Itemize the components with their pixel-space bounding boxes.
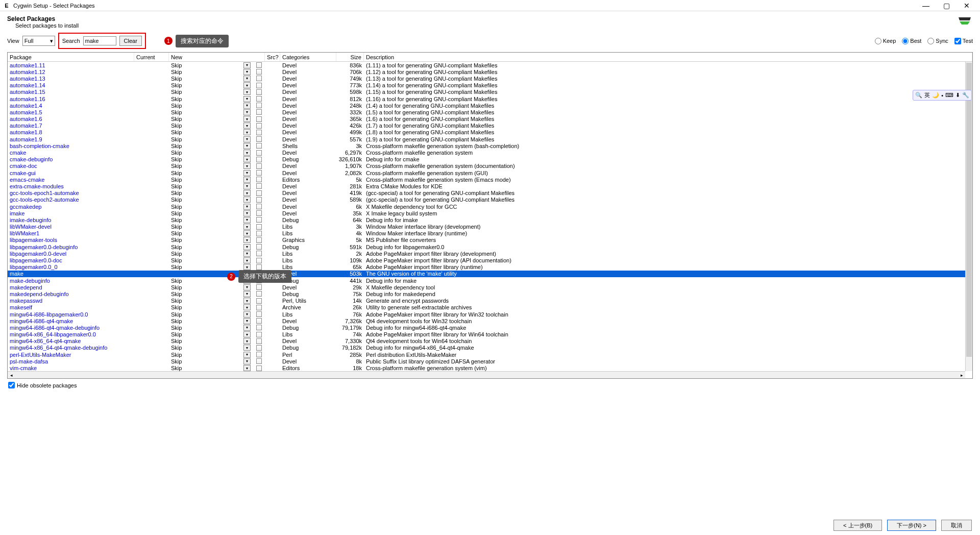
table-row[interactable]: automake1.8 Skip▾ Devel 499k (1.8) a too…	[8, 129, 972, 136]
table-row[interactable]: automake1.13 Skip▾ Devel 749k (1.13) a t…	[8, 75, 972, 82]
chevron-down-icon[interactable]: ▾	[243, 338, 251, 344]
cell-new[interactable]: Skip▾	[169, 345, 253, 351]
cell-src-checkbox[interactable]	[253, 130, 265, 135]
cell-src-checkbox[interactable]	[253, 325, 265, 330]
cell-src-checkbox[interactable]	[253, 284, 265, 290]
cell-src-checkbox[interactable]	[253, 116, 265, 122]
view-select[interactable]: Full ▾	[22, 36, 55, 46]
cell-src-checkbox[interactable]	[253, 150, 265, 156]
keyboard-icon[interactable]: ⌨	[945, 92, 953, 99]
chevron-down-icon[interactable]: ▾	[243, 103, 251, 109]
chevron-down-icon[interactable]: ▾	[243, 204, 251, 210]
radio-sync[interactable]: Sync	[927, 38, 948, 44]
cancel-button[interactable]: 取消	[941, 520, 972, 531]
cell-src-checkbox[interactable]	[253, 210, 265, 216]
cell-new[interactable]: Skip▾	[169, 204, 253, 210]
cell-new[interactable]: Skip▾	[169, 136, 253, 142]
col-description[interactable]: Description	[364, 53, 972, 61]
minimize-button[interactable]: —	[916, 2, 936, 10]
table-row[interactable]: automake1.6 Skip▾ Devel 365k (1.6) a too…	[8, 116, 972, 123]
chevron-down-icon[interactable]: ▾	[243, 237, 251, 243]
col-package[interactable]: Package	[8, 53, 134, 61]
cell-new[interactable]: Skip▾	[169, 163, 253, 169]
table-row[interactable]: make-debuginfo Skip▾ Debug 441k Debug in…	[8, 277, 972, 284]
cell-new[interactable]: Skip▾	[169, 150, 253, 156]
cell-src-checkbox[interactable]	[253, 109, 265, 115]
table-row[interactable]: automake1.12 Skip▾ Devel 706k (1.12) a t…	[8, 68, 972, 75]
ime-toolbar[interactable]: 🔍 英 🌙 • ⌨ ⬇ 🔧	[913, 90, 972, 101]
cell-src-checkbox[interactable]	[253, 170, 265, 176]
cell-src-checkbox[interactable]	[253, 197, 265, 203]
table-row[interactable]: automake1.9 Skip▾ Devel 557k (1.9) a too…	[8, 136, 972, 142]
table-row[interactable]: automake1.5 Skip▾ Devel 332k (1.5) a too…	[8, 109, 972, 115]
chevron-down-icon[interactable]: ▾	[243, 177, 251, 183]
clear-button[interactable]: Clear	[119, 36, 142, 46]
cell-new[interactable]: Skip▾	[169, 257, 253, 263]
cell-src-checkbox[interactable]	[253, 69, 265, 75]
radio-best[interactable]: Best	[902, 38, 921, 44]
cell-src-checkbox[interactable]	[253, 318, 265, 324]
table-row[interactable]: mingw64-i686-libpagemaker0.0 Skip▾ Libs …	[8, 311, 972, 318]
cell-src-checkbox[interactable]	[253, 177, 265, 182]
cell-new[interactable]: Skip▾	[169, 197, 253, 203]
cell-src-checkbox[interactable]	[253, 264, 265, 270]
chevron-down-icon[interactable]: ▾	[243, 170, 251, 176]
table-row[interactable]: mingw64-x86_64-libpagemaker0.0 Skip▾ Lib…	[8, 331, 972, 338]
cell-new[interactable]: Skip▾	[169, 298, 253, 304]
cell-new[interactable]: Skip▾	[169, 325, 253, 331]
cell-new[interactable]: Skip▾	[169, 123, 253, 129]
table-row[interactable]: automake1.11 Skip▾ Devel 836k (1.11) a t…	[8, 62, 972, 68]
cell-new[interactable]: Skip▾	[169, 170, 253, 176]
table-row[interactable]: automake1.4 Skip▾ Devel 248k (1.4) a too…	[8, 102, 972, 109]
cell-new[interactable]: Skip▾	[169, 129, 253, 135]
table-row[interactable]: makedepend-debuginfo Skip▾ Debug 75k Deb…	[8, 290, 972, 297]
cell-src-checkbox[interactable]	[253, 103, 265, 108]
chevron-down-icon[interactable]: ▾	[243, 89, 251, 95]
cell-new[interactable]: Skip▾	[169, 96, 253, 102]
chevron-down-icon[interactable]: ▾	[243, 251, 251, 257]
col-src[interactable]: Src?	[265, 53, 280, 61]
chevron-down-icon[interactable]: ▾	[243, 264, 251, 270]
table-row[interactable]: gcc-tools-epoch1-automake Skip▾ Devel 41…	[8, 190, 972, 197]
chevron-down-icon[interactable]: ▾	[243, 224, 251, 230]
chevron-down-icon[interactable]: ▾	[243, 69, 251, 75]
table-row[interactable]: automake1.7 Skip▾ Devel 426k (1.7) a too…	[8, 123, 972, 129]
cell-src-checkbox[interactable]	[253, 143, 265, 149]
chevron-down-icon[interactable]: ▾	[243, 190, 251, 196]
col-size[interactable]: Size	[336, 53, 364, 61]
table-row[interactable]: cmake-doc Skip▾ Devel 1,907k Cross-platf…	[8, 163, 972, 169]
moon-icon[interactable]: 🌙	[932, 92, 939, 99]
table-row[interactable]: makedepend Skip▾ Devel 29k X Makefile de…	[8, 284, 972, 290]
cell-src-checkbox[interactable]	[253, 258, 265, 263]
cell-new[interactable]: Skip▾	[169, 103, 253, 109]
chevron-down-icon[interactable]: ▾	[243, 325, 251, 331]
chevron-down-icon[interactable]: ▾	[243, 210, 251, 216]
cell-new[interactable]: Skip▾	[169, 217, 253, 223]
chevron-down-icon[interactable]: ▾	[243, 109, 251, 115]
table-row[interactable]: gcc-tools-epoch2-automake Skip▾ Devel 58…	[8, 197, 972, 203]
chevron-down-icon[interactable]: ▾	[243, 143, 251, 149]
table-row[interactable]: bash-completion-cmake Skip▾ Shells 3k Cr…	[8, 142, 972, 149]
cell-new[interactable]: Skip▾	[169, 183, 253, 189]
back-button[interactable]: < 上一步(B)	[834, 520, 882, 531]
cell-new[interactable]: Skip▾	[169, 318, 253, 324]
chevron-down-icon[interactable]: ▾	[243, 257, 251, 263]
cell-src-checkbox[interactable]	[253, 338, 265, 344]
cell-src-checkbox[interactable]	[253, 311, 265, 317]
ime-lang[interactable]: 英	[924, 91, 930, 99]
chevron-down-icon[interactable]: ▾	[243, 331, 251, 337]
table-row[interactable]: psl-make-dafsa Skip▾ Devel 8k Public Suf…	[8, 358, 972, 364]
chevron-down-icon[interactable]: ▾	[243, 197, 251, 203]
cell-src-checkbox[interactable]	[253, 244, 265, 250]
cell-new[interactable]: Skip▾	[169, 311, 253, 318]
table-row[interactable]: automake1.14 Skip▾ Devel 773k (1.14) a t…	[8, 82, 972, 89]
chevron-down-icon[interactable]: ▾	[243, 82, 251, 88]
table-row[interactable]: libpagemaker0.0-devel Skip▾ Libs 2k Adob…	[8, 250, 972, 257]
table-row[interactable]: automake1.15 Skip▾ Devel 598k (1.15) a t…	[8, 89, 972, 95]
table-row[interactable]: mingw64-i686-qt4-qmake Skip▾ Devel 7,326…	[8, 318, 972, 324]
table-row[interactable]: libpagemaker0.0-doc Skip▾ Libs 109k Adob…	[8, 257, 972, 263]
chevron-down-icon[interactable]: ▾	[243, 311, 251, 318]
cell-new[interactable]: Skip▾	[169, 230, 253, 236]
cell-new[interactable]: Skip▾	[169, 190, 253, 196]
table-row[interactable]: cmake Skip▾ Devel 6,297k Cross-platform …	[8, 149, 972, 156]
